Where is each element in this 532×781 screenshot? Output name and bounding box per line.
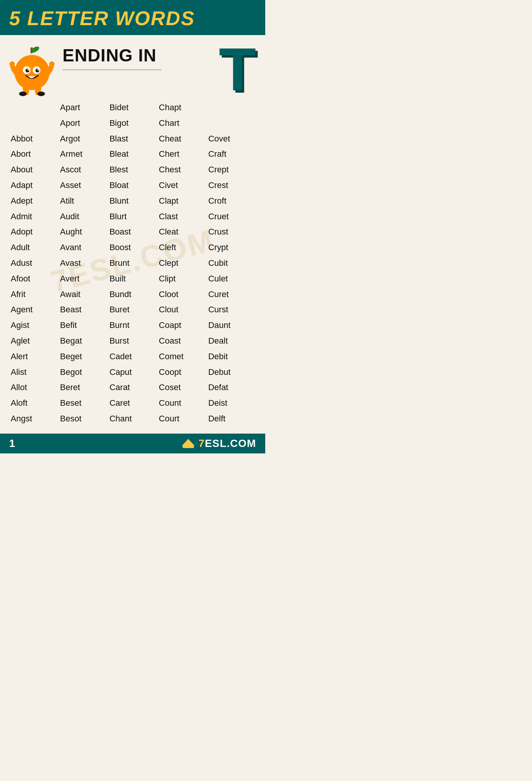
list-item: Chest — [157, 162, 207, 178]
list-item: Buret — [108, 302, 157, 318]
list-item: Agist — [9, 318, 59, 333]
list-item: Cleat — [157, 224, 207, 240]
list-item: Asset — [59, 178, 108, 193]
divider — [62, 69, 162, 70]
list-item: Burnt — [108, 318, 157, 333]
svg-point-7 — [35, 69, 39, 72]
list-item: Agent — [9, 302, 59, 318]
list-item: Brunt — [108, 256, 157, 271]
footer-bar: 1 7ESL.COM — [0, 434, 265, 453]
orange-mascot — [9, 47, 55, 96]
list-item: Burst — [108, 333, 157, 349]
list-item: Beast — [59, 302, 108, 318]
list-item: Clast — [157, 209, 207, 225]
list-item: Coapt — [157, 318, 207, 333]
list-item: Adapt — [9, 178, 59, 193]
logo-number: 7 — [199, 437, 205, 449]
list-item: Curet — [207, 287, 256, 302]
list-item: Cadet — [108, 349, 157, 365]
page-number: 1 — [9, 437, 15, 450]
list-item: Clipt — [157, 271, 207, 287]
list-item: Abbot — [9, 131, 59, 147]
svg-point-8 — [27, 69, 29, 71]
list-item: Adopt — [9, 224, 59, 240]
list-item: About — [9, 162, 59, 178]
list-item: Aglet — [9, 333, 59, 349]
list-item: Adult — [9, 240, 59, 256]
svg-point-12 — [10, 61, 15, 67]
list-item — [207, 116, 256, 131]
svg-rect-19 — [183, 446, 194, 448]
list-item: Caput — [108, 365, 157, 380]
list-item: Clout — [157, 302, 207, 318]
list-item: Blest — [108, 162, 157, 178]
list-item: Afrit — [9, 287, 59, 302]
list-item: Alist — [9, 365, 59, 380]
list-item: Await — [59, 287, 108, 302]
list-item: Argot — [59, 131, 108, 147]
list-item: Dealt — [207, 333, 256, 349]
list-item: Afoot — [9, 271, 59, 287]
list-item: Atilt — [59, 193, 108, 209]
list-item: Avast — [59, 256, 108, 271]
svg-point-13 — [49, 61, 54, 67]
list-item: Coopt — [157, 365, 207, 380]
list-item: Debit — [207, 349, 256, 365]
page-title: 5 LETTER WORDS — [9, 7, 256, 30]
footer-logo: 7ESL.COM — [181, 437, 256, 450]
list-item: Avant — [59, 240, 108, 256]
list-item: Defat — [207, 380, 256, 395]
list-item: Begot — [59, 365, 108, 380]
list-item: Count — [157, 395, 207, 411]
list-item: Carat — [108, 380, 157, 395]
logo-hat-icon — [181, 438, 195, 449]
list-item: Cheat — [157, 131, 207, 147]
list-item: Cleft — [157, 240, 207, 256]
list-item: Cubit — [207, 256, 256, 271]
list-item: Croft — [207, 193, 256, 209]
list-item: Curst — [207, 302, 256, 318]
list-item: Bleat — [108, 146, 157, 162]
list-item: Civet — [157, 178, 207, 193]
list-item: Covet — [207, 131, 256, 147]
list-item: Angst — [9, 411, 59, 427]
subtitle-row: ENDING IN T — [0, 35, 265, 96]
list-item: Culet — [207, 271, 256, 287]
list-item: Audit — [59, 209, 108, 225]
list-item: Bloat — [108, 178, 157, 193]
list-item: Delft — [207, 411, 256, 427]
list-item: Bidet — [108, 100, 157, 116]
logo-text: 7ESL.COM — [199, 437, 256, 450]
svg-point-16 — [19, 92, 27, 96]
list-item: Adept — [9, 193, 59, 209]
list-item: Cloot — [157, 287, 207, 302]
list-item: Chant — [108, 411, 157, 427]
list-item: Coset — [157, 380, 207, 395]
list-item: Aloft — [9, 395, 59, 411]
list-item: Clapt — [157, 193, 207, 209]
list-item — [9, 100, 59, 116]
list-item: Cruet — [207, 209, 256, 225]
list-item: Allot — [9, 380, 59, 395]
list-item: Craft — [207, 146, 256, 162]
list-item: Boast — [108, 224, 157, 240]
list-item: Crest — [207, 178, 256, 193]
svg-point-2 — [14, 55, 50, 90]
words-section: 7ESL.COM ApartBidetChaptAportBigotChartA… — [0, 96, 265, 427]
header-bar: 5 LETTER WORDS — [0, 0, 265, 35]
list-item — [207, 100, 256, 116]
list-item: Chert — [157, 146, 207, 162]
list-item: Alert — [9, 349, 59, 365]
list-item: Coast — [157, 333, 207, 349]
list-item: Befit — [59, 318, 108, 333]
svg-marker-18 — [182, 439, 195, 446]
list-item: Deist — [207, 395, 256, 411]
list-item: Begat — [59, 333, 108, 349]
big-letter-t: T — [219, 39, 256, 100]
list-item: Ascot — [59, 162, 108, 178]
list-item: Caret — [108, 395, 157, 411]
list-item: Crust — [207, 224, 256, 240]
list-item: Aport — [59, 116, 108, 131]
list-item: Besot — [59, 411, 108, 427]
list-item: Chart — [157, 116, 207, 131]
